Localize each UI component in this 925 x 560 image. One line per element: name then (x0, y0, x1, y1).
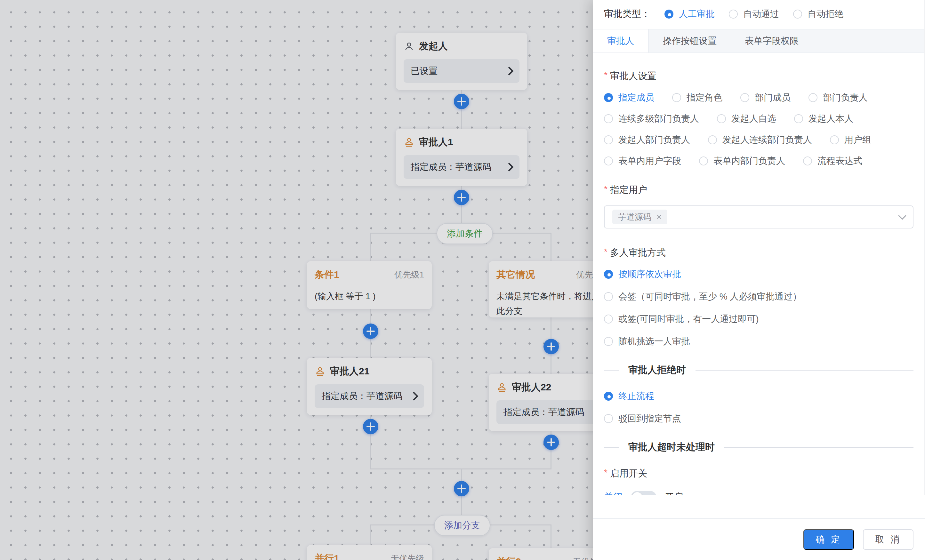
radio-form-dept-leader[interactable]: 表单内部门负责人 (699, 155, 785, 167)
drawer-scroll-area[interactable]: 审批类型： 人工审批 自动通过 自动拒绝 审批人 操作按钮设置 表单字段权 (593, 0, 925, 495)
workflow-designer-screen: 发起人 已设置 审批人1 指定成员：芋道源码 添加条件 (0, 0, 925, 560)
radio-icon (604, 337, 613, 346)
reject-section-title: 审批人拒绝时 (628, 364, 686, 376)
radio-icon (740, 93, 749, 102)
radio-icon (699, 157, 708, 166)
radio-icon (604, 135, 613, 145)
chevron-down-icon (898, 212, 906, 220)
radio-dept-leader[interactable]: 部门负责人 (809, 92, 868, 104)
radio-initiator-multi-dept-leader[interactable]: 发起人连续部门负责人 (708, 134, 812, 146)
tab-approver[interactable]: 审批人 (593, 29, 649, 53)
approval-settings-drawer: 审批类型： 人工审批 自动通过 自动拒绝 审批人 操作按钮设置 表单字段权 (593, 0, 925, 560)
tag-close-icon[interactable]: × (657, 213, 661, 221)
radio-initiator-self[interactable]: 发起人本人 (794, 113, 853, 125)
radio-icon (604, 292, 613, 301)
radio-label: 人工审批 (679, 8, 715, 20)
multi-mode-options: 按顺序依次审批 会签（可同时审批，至少 % 人必须审批通过） 或签(可同时审批，… (604, 268, 913, 348)
radio-countersign[interactable]: 会签（可同时审批，至少 % 人必须审批通过） (604, 291, 913, 303)
radio-icon (604, 93, 613, 102)
switch-off-label: 关闭 (604, 491, 622, 495)
timeout-switch-row: 关闭 开启 (604, 491, 913, 495)
radio-icon (604, 157, 613, 166)
tag-label: 芋道源码 (618, 212, 651, 223)
radio-icon (729, 10, 738, 18)
approver-form: * 审批人设置 指定成员 指定角色 部门成员 (593, 53, 924, 495)
timeout-section-divider: 审批人超时未处理时 (604, 441, 913, 454)
required-mark: * (604, 246, 607, 257)
drawer-footer: 确 定 取 消 (593, 518, 925, 560)
radio-icon (717, 114, 726, 123)
cancel-button[interactable]: 取 消 (863, 529, 913, 550)
radio-icon (809, 93, 818, 102)
radio-process-expression[interactable]: 流程表达式 (803, 155, 862, 167)
radio-terminate-process[interactable]: 终止流程 (604, 390, 913, 402)
radio-icon (604, 414, 613, 423)
radio-multi-level-dept-leader[interactable]: 连续多级部门负责人 (604, 113, 699, 125)
radio-label: 自动通过 (743, 8, 779, 20)
approver-type-row3: 发起人部门负责人 发起人连续部门负责人 用户组 (604, 134, 913, 146)
radio-icon (672, 93, 681, 102)
radio-icon (794, 114, 803, 123)
radio-form-user-field[interactable]: 表单内用户字段 (604, 155, 681, 167)
radio-auto-reject[interactable]: 自动拒绝 (793, 8, 844, 20)
timeout-section-title: 审批人超时未处理时 (628, 441, 715, 454)
radio-icon (604, 392, 613, 400)
radio-random-one[interactable]: 随机挑选一人审批 (604, 335, 913, 348)
reject-section-divider: 审批人拒绝时 (604, 364, 913, 376)
required-mark: * (604, 467, 607, 478)
tab-action-buttons[interactable]: 操作按钮设置 (649, 29, 731, 53)
approver-setting-label: * 审批人设置 (604, 70, 913, 83)
approver-type-row2: 连续多级部门负责人 发起人自选 发起人本人 (604, 113, 913, 125)
reject-options: 终止流程 驳回到指定节点 (604, 390, 913, 425)
multi-mode-label: * 多人审批方式 (604, 246, 913, 259)
radio-return-to-node[interactable]: 驳回到指定节点 (604, 412, 913, 425)
radio-icon (830, 135, 839, 145)
radio-manual-approval[interactable]: 人工审批 (664, 8, 715, 20)
timeout-enable-toggle[interactable] (631, 491, 657, 495)
radio-icon (604, 315, 613, 324)
radio-icon (604, 270, 613, 279)
enable-switch-label: * 启用开关 (604, 467, 913, 480)
radio-icon (708, 135, 717, 145)
radio-auto-approve[interactable]: 自动通过 (729, 8, 779, 20)
radio-label: 自动拒绝 (807, 8, 844, 20)
switch-on-label: 开启 (665, 491, 683, 495)
radio-user-group[interactable]: 用户组 (830, 134, 871, 146)
assign-user-select[interactable]: 芋道源码 × (604, 205, 913, 229)
approver-type-row4: 表单内用户字段 表单内部门负责人 流程表达式 (604, 155, 913, 167)
tab-form-field-permissions[interactable]: 表单字段权限 (731, 29, 813, 53)
radio-icon (793, 10, 802, 18)
approval-type-label: 审批类型： (604, 8, 650, 21)
radio-assigned-role[interactable]: 指定角色 (672, 92, 722, 104)
radio-or-sign[interactable]: 或签(可同时审批，有一人通过即可) (604, 313, 913, 325)
radio-initiator-choose[interactable]: 发起人自选 (717, 113, 776, 125)
radio-icon (604, 114, 613, 123)
required-mark: * (604, 70, 607, 81)
radio-assigned-member[interactable]: 指定成员 (604, 92, 654, 104)
radio-initiator-dept-leader[interactable]: 发起人部门负责人 (604, 134, 690, 146)
confirm-button[interactable]: 确 定 (803, 529, 854, 550)
selected-user-tag: 芋道源码 × (612, 209, 667, 224)
assign-user-label: * 指定用户 (604, 184, 913, 196)
radio-sequential-approval[interactable]: 按顺序依次审批 (604, 268, 913, 280)
required-mark: * (604, 184, 607, 194)
radio-icon (664, 10, 673, 18)
approval-type-row: 审批类型： 人工审批 自动通过 自动拒绝 (593, 0, 924, 21)
approver-type-row1: 指定成员 指定角色 部门成员 部门负责人 (604, 92, 913, 104)
settings-tabs: 审批人 操作按钮设置 表单字段权限 (593, 29, 924, 53)
radio-icon (803, 157, 812, 166)
radio-dept-member[interactable]: 部门成员 (740, 92, 791, 104)
